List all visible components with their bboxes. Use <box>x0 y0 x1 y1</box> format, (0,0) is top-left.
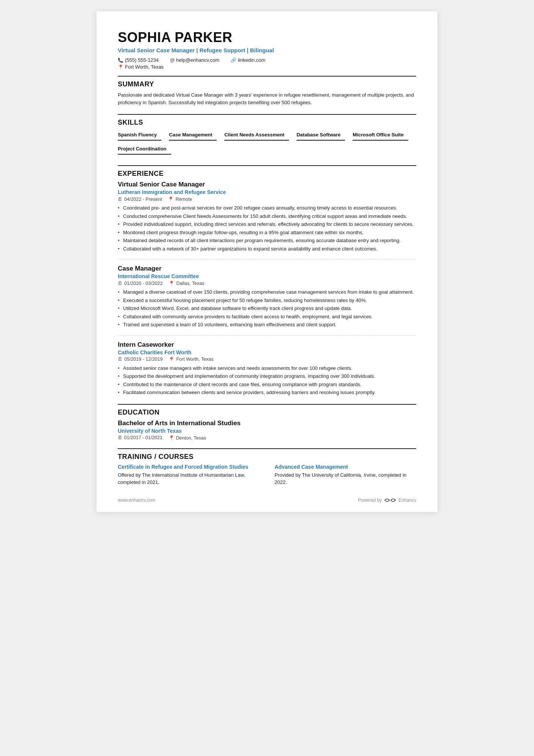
bullet-item: Collaborated with a network of 30+ partn… <box>118 245 416 253</box>
skill-item: Client Needs Assessment <box>224 130 289 141</box>
location-icon: 📍 <box>169 357 175 362</box>
summary-divider <box>118 76 416 77</box>
skills-title: SKILLS <box>118 119 416 127</box>
bullet-item: Utilized Microsoft Word, Excel, and data… <box>118 305 416 312</box>
bullet-item: Provided individualized support, includi… <box>118 221 416 228</box>
phone-icon: 📞 <box>118 58 123 63</box>
edu-degree: Bachelor of Arts in International Studie… <box>118 419 416 427</box>
training-item-title: Certificate in Refugee and Forced Migrat… <box>118 464 259 470</box>
linkedin-item: 🔗 linkedin.com <box>231 57 265 63</box>
job-date: 04/2022 - Present <box>124 197 162 202</box>
bullet-list: Assisted senior case managers with intak… <box>118 365 416 396</box>
contact-row-1: 📞 (555) 555-1234 @ help@enhancv.com 🔗 li… <box>118 57 416 63</box>
calendar-icon: 🗓 <box>118 357 123 362</box>
job-meta: 🗓 01/2020 - 03/2022 📍 Dallas, Texas <box>118 280 416 286</box>
training-item-desc: Provided by The University of California… <box>275 471 416 486</box>
bullet-list: Coordinated pre- and post-arrival servic… <box>118 204 416 252</box>
calendar-icon: 🗓 <box>118 435 123 440</box>
contact-row-2: 📍 Fort Worth, Texas <box>118 64 416 70</box>
email-value: help@enhancv.com <box>176 57 219 63</box>
bullet-item: Facilitated communication between client… <box>118 389 416 396</box>
job-title: Case Manager <box>118 265 416 272</box>
linkedin-value: linkedin.com <box>238 57 265 63</box>
edu-school: University of North Texas <box>118 428 416 434</box>
location-value: Fort Worth, Texas <box>125 64 164 70</box>
brand-name: Enhancv <box>398 498 416 503</box>
education-section: EDUCATION Bachelor of Arts in Internatio… <box>118 409 416 441</box>
job-location: Fort Worth, Texas <box>176 357 213 362</box>
powered-by-text: Powered by <box>358 498 382 503</box>
bullet-item: Conducted comprehensive Client Needs Ass… <box>118 213 416 220</box>
skill-item: Spanish Fluency <box>118 130 161 141</box>
skills-divider <box>118 114 416 115</box>
job-company: Catholic Charities Fort Worth <box>118 349 416 355</box>
edu-meta: 🗓 01/2017 - 01/2021 📍 Denton, Texas <box>118 435 416 441</box>
training-title: TRAINING / COURSES <box>118 453 416 461</box>
bullet-item: Collaborated with community service prov… <box>118 313 416 321</box>
job-meta: 🗓 05/2019 - 12/2019 📍 Fort Worth, Texas <box>118 357 416 362</box>
page-footer: www.enhancv.com Powered by Enhancv <box>118 497 416 504</box>
location-item: 📍 Fort Worth, Texas <box>118 64 164 70</box>
resume-page: SOPHIA PARKER Virtual Senior Case Manage… <box>97 11 437 512</box>
job-location-item: 📍 Dallas, Texas <box>169 280 204 286</box>
job-separator <box>118 259 416 260</box>
bullet-item: Monitored client progress through regula… <box>118 229 416 236</box>
experience-divider <box>118 165 416 166</box>
job-location-item: 📍 Remote <box>168 196 192 202</box>
job-title: Intern Caseworker <box>118 341 416 349</box>
bullet-item: Coordinated pre- and post-arrival servic… <box>118 204 416 212</box>
job-date-item: 🗓 05/2019 - 12/2019 <box>118 357 162 362</box>
header-section: SOPHIA PARKER Virtual Senior Case Manage… <box>118 30 416 70</box>
experience-title: EXPERIENCE <box>118 170 416 178</box>
phone-item: 📞 (555) 555-1234 <box>118 57 159 63</box>
bullet-item: Maintained detailed records of all clien… <box>118 237 416 244</box>
bullet-item: Executed a successful housing placement … <box>118 297 416 304</box>
job-location: Remote <box>175 197 192 202</box>
job-block: Case Manager International Rescue Commit… <box>118 265 416 329</box>
job-location: Dallas, Texas <box>176 281 204 286</box>
email-item: @ help@enhancv.com <box>170 57 219 63</box>
location-icon: 📍 <box>118 64 123 70</box>
skills-grid: Spanish FluencyCase ManagementClient Nee… <box>118 130 416 158</box>
job-separator <box>118 335 416 336</box>
skill-item: Project Coordination <box>118 144 171 155</box>
edu-location-item: 📍 Denton, Texas <box>169 435 206 441</box>
bullet-item: Managed a diverse caseload of over 150 c… <box>118 288 416 296</box>
training-item: Certificate in Refugee and Forced Migrat… <box>118 464 259 486</box>
enhancv-icon <box>384 497 396 504</box>
training-section: TRAINING / COURSES Certificate in Refuge… <box>118 453 416 486</box>
phone-value: (555) 555-1234 <box>125 57 159 63</box>
summary-text: Passionate and dedicated Virtual Case Ma… <box>118 91 416 106</box>
bullet-item: Assisted senior case managers with intak… <box>118 365 416 372</box>
edu-location: Denton, Texas <box>176 435 206 441</box>
skills-section: SKILLS Spanish FluencyCase ManagementCli… <box>118 119 416 158</box>
training-item-desc: Offered by The International Institute o… <box>118 471 259 486</box>
job-date-item: 🗓 01/2020 - 03/2022 <box>118 281 162 286</box>
calendar-icon: 🗓 <box>118 281 123 286</box>
skill-item: Database Software <box>297 130 345 141</box>
training-item-title: Advanced Case Management <box>275 464 416 470</box>
calendar-icon: 🗓 <box>118 197 123 202</box>
link-icon: 🔗 <box>231 58 236 63</box>
bullet-item: Contributed to the maintenance of client… <box>118 381 416 388</box>
enhancv-logo: Powered by Enhancv <box>358 497 416 504</box>
job-date: 05/2019 - 12/2019 <box>124 357 162 362</box>
job-title: Virtual Senior Case Manager <box>118 181 416 188</box>
training-item: Advanced Case Management Provided by The… <box>275 464 416 486</box>
summary-title: SUMMARY <box>118 80 416 88</box>
training-grid: Certificate in Refugee and Forced Migrat… <box>118 464 416 486</box>
job-date: 01/2020 - 03/2022 <box>124 281 162 286</box>
summary-section: SUMMARY Passionate and dedicated Virtual… <box>118 80 416 106</box>
bullet-item: Supported the development and implementa… <box>118 373 416 380</box>
candidate-title: Virtual Senior Case Manager | Refugee Su… <box>118 47 416 53</box>
candidate-name: SOPHIA PARKER <box>118 30 416 45</box>
training-divider <box>118 448 416 449</box>
job-block: Intern Caseworker Catholic Charities For… <box>118 341 416 396</box>
edu-date-item: 🗓 01/2017 - 01/2021 <box>118 435 162 440</box>
job-company: Lutheran Immigration and Refugee Service <box>118 189 416 195</box>
skill-item: Case Management <box>169 130 217 141</box>
email-icon: @ <box>170 58 175 63</box>
bullet-item: Trained and supervised a team of 10 volu… <box>118 321 416 329</box>
location-icon: 📍 <box>168 196 174 202</box>
jobs-container: Virtual Senior Case Manager Lutheran Imm… <box>118 181 416 396</box>
